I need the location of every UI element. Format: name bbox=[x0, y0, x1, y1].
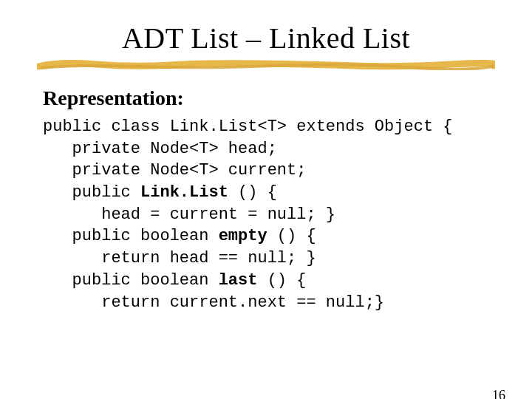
code-line: head = current = null; } bbox=[43, 205, 335, 224]
code-line: () { bbox=[228, 183, 277, 202]
code-line: private Node<T> head; bbox=[43, 140, 277, 158]
code-line: return head == null; } bbox=[43, 249, 316, 267]
code-line: public class Link.List<T> extends Object… bbox=[43, 117, 453, 136]
brush-stroke-icon bbox=[37, 60, 495, 70]
code-line: public boolean bbox=[43, 271, 219, 290]
code-line: private Node<T> current; bbox=[43, 161, 306, 180]
code-line: () { bbox=[267, 227, 316, 245]
code-block: public class Link.List<T> extends Object… bbox=[43, 116, 532, 313]
code-line: public boolean bbox=[43, 227, 219, 245]
slide-title: ADT List – Linked List bbox=[0, 21, 532, 55]
code-bold: last bbox=[219, 271, 258, 290]
section-heading: Representation: bbox=[43, 86, 532, 110]
code-line: () { bbox=[257, 271, 306, 290]
title-underline bbox=[0, 60, 532, 73]
code-bold: empty bbox=[219, 227, 267, 245]
slide: ADT List – Linked List Representation: p… bbox=[0, 21, 532, 399]
code-line: public bbox=[43, 183, 140, 202]
code-line: return current.next == null;} bbox=[43, 293, 384, 312]
code-bold: Link.List bbox=[140, 183, 228, 202]
page-number: 16 bbox=[492, 388, 505, 399]
